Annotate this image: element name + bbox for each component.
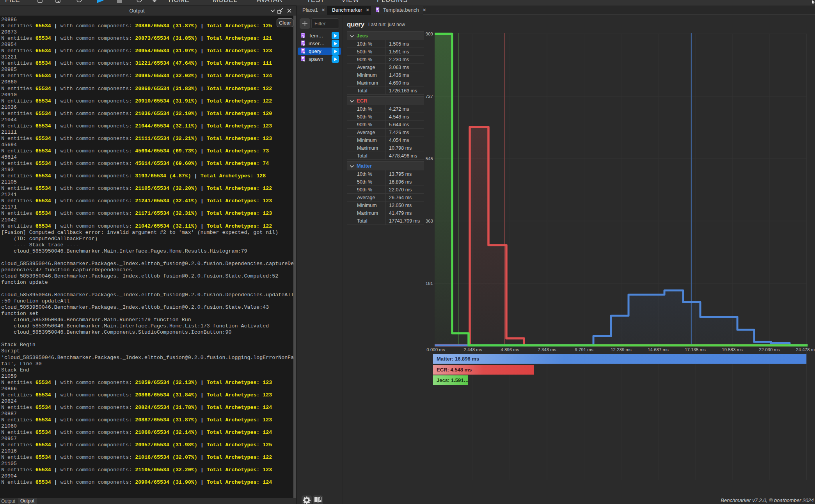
svg-text:24.478 ms: 24.478 ms [796, 347, 815, 352]
svg-text:181: 181 [426, 281, 433, 286]
svg-text:22.030 ms: 22.030 ms [759, 347, 780, 352]
svg-text:545: 545 [426, 156, 433, 161]
svg-text:7.343 ms: 7.343 ms [538, 347, 556, 352]
svg-text:2.448 ms: 2.448 ms [463, 347, 482, 352]
svg-text:19.583 ms: 19.583 ms [722, 347, 743, 352]
svg-text:14.687 ms: 14.687 ms [648, 347, 669, 352]
svg-text:Matter: 16.896 ms: Matter: 16.896 ms [437, 356, 479, 362]
svg-text:12.239 ms: 12.239 ms [611, 347, 632, 352]
svg-text:909: 909 [426, 32, 433, 36]
svg-text:0.000 ms: 0.000 ms [426, 347, 445, 352]
svg-text:727: 727 [426, 94, 433, 99]
svg-text:363: 363 [426, 219, 433, 223]
svg-text:17.135 ms: 17.135 ms [685, 347, 706, 352]
svg-text:9.791 ms: 9.791 ms [575, 347, 593, 352]
svg-text:ECR: 4.548 ms: ECR: 4.548 ms [437, 367, 472, 373]
svg-text:4.896 ms: 4.896 ms [501, 347, 519, 352]
svg-text:Jecs: 1.591…: Jecs: 1.591… [437, 377, 469, 383]
